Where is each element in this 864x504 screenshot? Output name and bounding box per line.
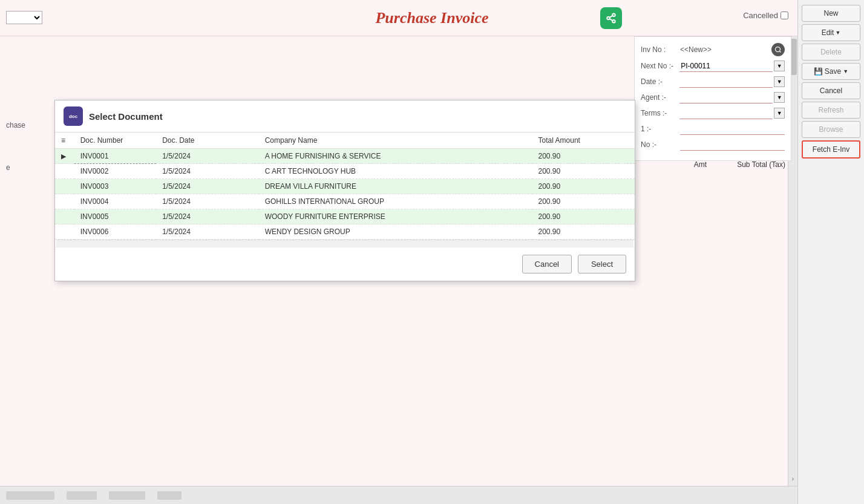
modal-select-button[interactable]: Select bbox=[578, 255, 626, 273]
row-doc-number: INV0001 bbox=[74, 149, 157, 164]
select-document-dialog: doc Select Document ≡ Doc. Number Doc. D… bbox=[54, 100, 635, 281]
row-doc-date: 1/5/2024 bbox=[156, 149, 258, 164]
row-company-name: WOODY FURNITURE ENTERPRISE bbox=[259, 209, 532, 224]
row-company-name: WENDY DESIGN GROUP bbox=[259, 224, 532, 240]
row-doc-date: 1/5/2024 bbox=[156, 164, 258, 179]
col-header-doc-date: Doc. Date bbox=[156, 133, 258, 149]
row-doc-number: INV0005 bbox=[74, 209, 157, 224]
row-doc-number: INV0006 bbox=[74, 224, 157, 240]
row-doc-date: 1/5/2024 bbox=[156, 224, 258, 240]
row-total-amount: 200.90 bbox=[532, 149, 635, 164]
row-doc-date: 1/5/2024 bbox=[156, 209, 258, 224]
row-company-name: GOHILLS INTERNATIONAL GROUP bbox=[259, 194, 532, 209]
row-marker: ▶ bbox=[55, 149, 74, 164]
table-row[interactable]: INV00041/5/2024GOHILLS INTERNATIONAL GRO… bbox=[55, 194, 635, 209]
row-doc-date: 1/5/2024 bbox=[156, 179, 258, 194]
modal-icon-text: doc bbox=[69, 114, 77, 119]
row-total-amount: 200.90 bbox=[532, 179, 635, 194]
table-row[interactable]: ▶INV00011/5/2024A HOME FURNISHING & SERV… bbox=[55, 149, 635, 164]
row-total-amount: 200.90 bbox=[532, 224, 635, 240]
col-header-total-amount: Total Amount bbox=[532, 133, 635, 149]
row-company-name: DREAM VILLA FURNITURE bbox=[259, 179, 532, 194]
row-marker bbox=[55, 224, 74, 240]
document-table-container[interactable]: ≡ Doc. Number Doc. Date Company Name Tot… bbox=[55, 133, 635, 240]
table-header-row: ≡ Doc. Number Doc. Date Company Name Tot… bbox=[55, 133, 635, 149]
table-row[interactable]: INV00061/5/2024WENDY DESIGN GROUP200.90 bbox=[55, 224, 635, 240]
col-header-doc-number: Doc. Number bbox=[74, 133, 157, 149]
modal-cancel-button[interactable]: Cancel bbox=[522, 255, 572, 273]
table-body: ▶INV00011/5/2024A HOME FURNISHING & SERV… bbox=[55, 149, 635, 240]
table-row[interactable]: INV00031/5/2024DREAM VILLA FURNITURE200.… bbox=[55, 179, 635, 194]
table-row[interactable]: INV00051/5/2024WOODY FURNITURE ENTERPRIS… bbox=[55, 209, 635, 224]
row-doc-date: 1/5/2024 bbox=[156, 194, 258, 209]
row-total-amount: 200.90 bbox=[532, 194, 635, 209]
table-row[interactable]: INV00021/5/2024C ART TECHNOLOGY HUB200.9… bbox=[55, 164, 635, 179]
row-marker bbox=[55, 209, 74, 224]
row-doc-number: INV0004 bbox=[74, 194, 157, 209]
row-doc-number: INV0003 bbox=[74, 179, 157, 194]
modal-footer: Cancel Select bbox=[55, 247, 635, 281]
col-header-company-name: Company Name bbox=[259, 133, 532, 149]
modal-overlay: doc Select Document ≡ Doc. Number Doc. D… bbox=[0, 0, 864, 504]
row-doc-number: INV0002 bbox=[74, 164, 157, 179]
row-total-amount: 200.90 bbox=[532, 209, 635, 224]
modal-icon: doc bbox=[64, 106, 83, 126]
modal-title: Select Document bbox=[89, 111, 163, 122]
row-total-amount: 200.90 bbox=[532, 164, 635, 179]
row-company-name: C ART TECHNOLOGY HUB bbox=[259, 164, 532, 179]
modal-bottom-scrollbar[interactable] bbox=[56, 240, 633, 247]
row-company-name: A HOME FURNISHING & SERVICE bbox=[259, 149, 532, 164]
modal-header: doc Select Document bbox=[55, 100, 635, 133]
document-table: ≡ Doc. Number Doc. Date Company Name Tot… bbox=[55, 133, 635, 240]
row-marker bbox=[55, 194, 74, 209]
col-header-marker: ≡ bbox=[55, 133, 74, 149]
row-marker bbox=[55, 179, 74, 194]
row-marker bbox=[55, 164, 74, 179]
